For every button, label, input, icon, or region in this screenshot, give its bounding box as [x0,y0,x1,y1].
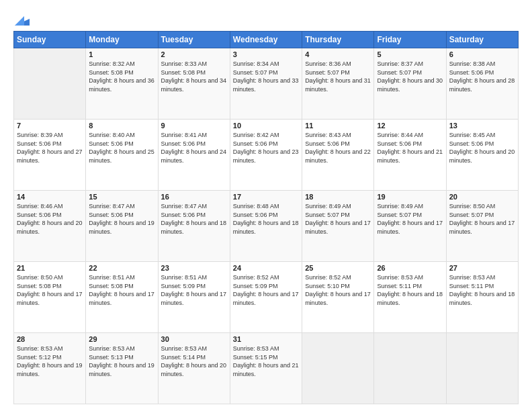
day-info: Sunrise: 8:37 AM Sunset: 5:07 PM Dayligh… [377,60,443,93]
day-info: Sunrise: 8:53 AM Sunset: 5:11 PM Dayligh… [377,274,443,306]
calendar-cell: 26 Sunrise: 8:53 AM Sunset: 5:11 PM Dayl… [374,262,446,333]
day-number: 7 [17,122,83,130]
calendar-cell: 15 Sunrise: 8:47 AM Sunset: 5:06 PM Dayl… [86,191,158,262]
day-number: 5 [377,50,443,58]
day-info: Sunrise: 8:44 AM Sunset: 5:06 PM Dayligh… [377,132,443,164]
day-info: Sunrise: 8:53 AM Sunset: 5:14 PM Dayligh… [161,345,227,377]
day-info: Sunrise: 8:51 AM Sunset: 5:08 PM Dayligh… [89,274,154,306]
day-number: 16 [161,193,227,201]
day-info: Sunrise: 8:47 AM Sunset: 5:06 PM Dayligh… [161,203,227,235]
week-row-1: 1 Sunrise: 8:32 AM Sunset: 5:08 PM Dayli… [14,48,519,120]
day-number: 8 [89,122,154,130]
svg-marker-1 [15,16,24,26]
day-number: 20 [449,193,515,201]
calendar-cell: 3 Sunrise: 8:34 AM Sunset: 5:07 PM Dayli… [230,48,302,120]
page: SundayMondayTuesdayWednesdayThursdayFrid… [0,0,532,411]
calendar-cell: 20 Sunrise: 8:50 AM Sunset: 5:07 PM Dayl… [446,191,518,262]
calendar-cell: 13 Sunrise: 8:45 AM Sunset: 5:06 PM Dayl… [446,120,518,191]
day-info: Sunrise: 8:40 AM Sunset: 5:06 PM Dayligh… [89,132,154,164]
day-number: 19 [377,193,443,201]
day-info: Sunrise: 8:34 AM Sunset: 5:07 PM Dayligh… [233,60,299,93]
day-info: Sunrise: 8:51 AM Sunset: 5:09 PM Dayligh… [161,274,227,306]
calendar-cell [14,48,86,120]
day-number: 22 [89,264,154,272]
day-number: 25 [305,264,371,272]
calendar-cell [374,333,446,404]
day-number: 9 [161,122,227,130]
day-number: 1 [89,50,154,58]
day-info: Sunrise: 8:43 AM Sunset: 5:06 PM Dayligh… [305,132,371,164]
week-row-3: 14 Sunrise: 8:46 AM Sunset: 5:06 PM Dayl… [14,191,519,262]
day-info: Sunrise: 8:53 AM Sunset: 5:12 PM Dayligh… [17,345,83,377]
week-row-4: 21 Sunrise: 8:50 AM Sunset: 5:08 PM Dayl… [14,262,519,333]
day-info: Sunrise: 8:36 AM Sunset: 5:07 PM Dayligh… [305,60,371,93]
calendar-cell: 11 Sunrise: 8:43 AM Sunset: 5:06 PM Dayl… [302,120,374,191]
week-row-5: 28 Sunrise: 8:53 AM Sunset: 5:12 PM Dayl… [14,333,519,404]
day-info: Sunrise: 8:53 AM Sunset: 5:15 PM Dayligh… [233,345,299,377]
calendar-cell: 27 Sunrise: 8:53 AM Sunset: 5:11 PM Dayl… [446,262,518,333]
calendar-cell: 7 Sunrise: 8:39 AM Sunset: 5:06 PM Dayli… [14,120,86,191]
day-number: 18 [305,193,371,201]
day-number: 31 [233,335,299,343]
calendar-cell: 19 Sunrise: 8:49 AM Sunset: 5:07 PM Dayl… [374,191,446,262]
day-number: 13 [449,122,515,130]
calendar-cell: 1 Sunrise: 8:32 AM Sunset: 5:08 PM Dayli… [86,48,158,120]
day-number: 27 [449,264,515,272]
day-number: 28 [17,335,83,343]
calendar-cell: 14 Sunrise: 8:46 AM Sunset: 5:06 PM Dayl… [14,191,86,262]
day-info: Sunrise: 8:38 AM Sunset: 5:06 PM Dayligh… [449,60,515,93]
day-info: Sunrise: 8:52 AM Sunset: 5:10 PM Dayligh… [305,274,371,306]
calendar-cell: 28 Sunrise: 8:53 AM Sunset: 5:12 PM Dayl… [14,333,86,404]
calendar-cell: 24 Sunrise: 8:52 AM Sunset: 5:09 PM Dayl… [230,262,302,333]
day-info: Sunrise: 8:52 AM Sunset: 5:09 PM Dayligh… [233,274,299,306]
day-info: Sunrise: 8:47 AM Sunset: 5:06 PM Dayligh… [89,203,154,235]
day-info: Sunrise: 8:53 AM Sunset: 5:13 PM Dayligh… [89,345,154,377]
weekday-header-friday: Friday [374,32,446,48]
calendar-cell: 17 Sunrise: 8:48 AM Sunset: 5:06 PM Dayl… [230,191,302,262]
calendar-body: 1 Sunrise: 8:32 AM Sunset: 5:08 PM Dayli… [14,48,519,404]
day-number: 24 [233,264,299,272]
day-number: 17 [233,193,299,201]
day-number: 2 [161,50,227,58]
day-info: Sunrise: 8:45 AM Sunset: 5:06 PM Dayligh… [449,132,515,164]
day-info: Sunrise: 8:50 AM Sunset: 5:07 PM Dayligh… [449,203,515,235]
calendar-cell: 29 Sunrise: 8:53 AM Sunset: 5:13 PM Dayl… [86,333,158,404]
day-info: Sunrise: 8:50 AM Sunset: 5:08 PM Dayligh… [17,274,83,306]
day-info: Sunrise: 8:33 AM Sunset: 5:08 PM Dayligh… [161,60,227,93]
week-row-2: 7 Sunrise: 8:39 AM Sunset: 5:06 PM Dayli… [14,120,519,191]
calendar-cell [446,333,518,404]
day-number: 29 [89,335,154,343]
calendar-cell: 9 Sunrise: 8:41 AM Sunset: 5:06 PM Dayli… [158,120,230,191]
day-number: 26 [377,264,443,272]
calendar-cell: 12 Sunrise: 8:44 AM Sunset: 5:06 PM Dayl… [374,120,446,191]
day-number: 12 [377,122,443,130]
day-info: Sunrise: 8:39 AM Sunset: 5:06 PM Dayligh… [17,132,83,164]
weekday-header-thursday: Thursday [302,32,374,48]
calendar-header: SundayMondayTuesdayWednesdayThursdayFrid… [14,32,519,48]
logo [13,13,30,23]
calendar-cell: 30 Sunrise: 8:53 AM Sunset: 5:14 PM Dayl… [158,333,230,404]
calendar-cell: 18 Sunrise: 8:49 AM Sunset: 5:07 PM Dayl… [302,191,374,262]
weekday-row: SundayMondayTuesdayWednesdayThursdayFrid… [14,32,519,48]
day-info: Sunrise: 8:49 AM Sunset: 5:07 PM Dayligh… [377,203,443,235]
calendar-table: SundayMondayTuesdayWednesdayThursdayFrid… [13,31,519,404]
day-number: 23 [161,264,227,272]
weekday-header-wednesday: Wednesday [230,32,302,48]
day-number: 6 [449,50,515,58]
calendar-cell: 16 Sunrise: 8:47 AM Sunset: 5:06 PM Dayl… [158,191,230,262]
day-number: 3 [233,50,299,58]
weekday-header-monday: Monday [86,32,158,48]
calendar-cell: 2 Sunrise: 8:33 AM Sunset: 5:08 PM Dayli… [158,48,230,120]
weekday-header-tuesday: Tuesday [158,32,230,48]
day-info: Sunrise: 8:53 AM Sunset: 5:11 PM Dayligh… [449,274,515,306]
day-info: Sunrise: 8:46 AM Sunset: 5:06 PM Dayligh… [17,203,83,235]
day-info: Sunrise: 8:41 AM Sunset: 5:06 PM Dayligh… [161,132,227,164]
day-number: 30 [161,335,227,343]
calendar-cell: 25 Sunrise: 8:52 AM Sunset: 5:10 PM Dayl… [302,262,374,333]
calendar-cell: 22 Sunrise: 8:51 AM Sunset: 5:08 PM Dayl… [86,262,158,333]
day-number: 14 [17,193,83,201]
weekday-header-saturday: Saturday [446,32,518,48]
header [13,13,519,23]
weekday-header-sunday: Sunday [14,32,86,48]
calendar-cell: 5 Sunrise: 8:37 AM Sunset: 5:07 PM Dayli… [374,48,446,120]
